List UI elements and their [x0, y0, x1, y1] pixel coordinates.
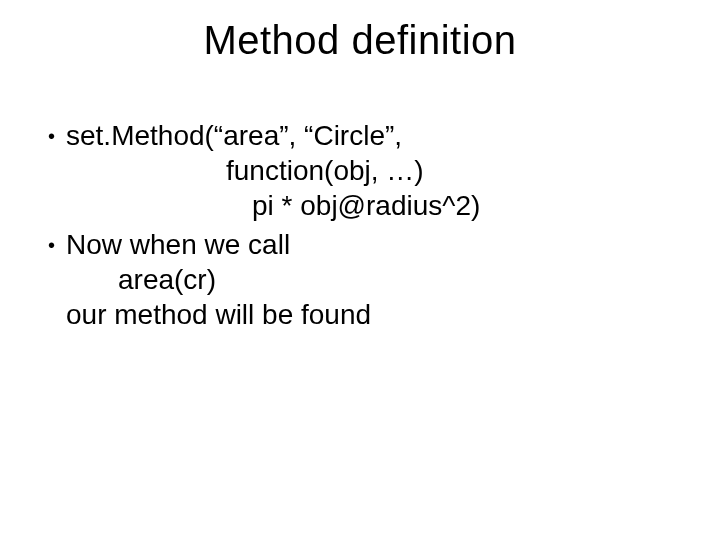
bullet-dot-icon: •: [48, 118, 66, 154]
bullet-line: area(cr): [66, 262, 672, 297]
slide-body: • set.Method(“area”, “Circle”, function(…: [48, 118, 672, 336]
bullet-item: • set.Method(“area”, “Circle”, function(…: [48, 118, 672, 223]
bullet-line: our method will be found: [66, 297, 672, 332]
slide-title: Method definition: [0, 18, 720, 63]
bullet-item: • Now when we call area(cr) our method w…: [48, 227, 672, 332]
slide: Method definition • set.Method(“area”, “…: [0, 0, 720, 540]
bullet-content: set.Method(“area”, “Circle”, function(ob…: [66, 118, 672, 223]
bullet-dot-icon: •: [48, 227, 66, 263]
bullet-line: Now when we call: [66, 227, 672, 262]
bullet-line: set.Method(“area”, “Circle”,: [66, 118, 672, 153]
bullet-content: Now when we call area(cr) our method wil…: [66, 227, 672, 332]
bullet-line: function(obj, …): [66, 153, 672, 188]
bullet-line: pi * obj@radius^2): [66, 188, 672, 223]
